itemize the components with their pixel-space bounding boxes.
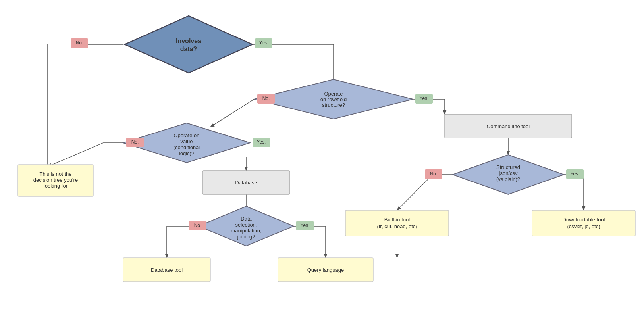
- structured-json-label3: (vs plain)?: [496, 176, 520, 182]
- data-selection-yes-label: Yes.: [301, 223, 310, 228]
- data-selection-label1: Data: [241, 216, 252, 222]
- value-no-label: No.: [131, 139, 139, 145]
- value-yes-label: Yes.: [257, 139, 266, 145]
- data-selection-no-label: No.: [194, 223, 202, 228]
- data-selection-label3: manipulation,: [231, 228, 261, 234]
- flowchart: Involves data? No. Yes. Operate on row/f…: [0, 0, 644, 315]
- svg-line-9: [210, 99, 254, 127]
- operate-value-label2: value: [180, 138, 193, 144]
- involves-data-no-label: No.: [76, 40, 83, 46]
- involves-data-yes-label: Yes.: [259, 40, 268, 46]
- operate-value-label1: Operate on: [174, 133, 199, 138]
- downloadable-tool-label1: Downloadable tool: [563, 217, 605, 223]
- structured-json-label1: Structured: [496, 164, 520, 170]
- data-selection-label4: joining?: [237, 234, 255, 240]
- involves-data-label: Involves: [176, 38, 201, 44]
- operate-value-label3: (conditional: [174, 144, 200, 150]
- row-field-yes-label: Yes.: [420, 96, 429, 101]
- structured-no-label: No.: [430, 171, 438, 177]
- operate-row-field-label3: structure?: [322, 102, 345, 108]
- query-language-label: Query language: [307, 267, 344, 273]
- downloadable-tool-label2: (csvkit, jq, etc): [567, 223, 600, 229]
- not-decision-tree-label1: This is not the: [40, 171, 72, 177]
- operate-row-field-label2: on row/field: [320, 96, 347, 102]
- structured-yes-label: Yes.: [571, 171, 580, 177]
- structured-json-label2: json/csv: [499, 170, 518, 176]
- not-decision-tree-label2: decision tree you're: [33, 177, 78, 183]
- involves-data-label2: data?: [180, 46, 197, 52]
- operate-value-label4: logic)?: [179, 150, 194, 156]
- builtin-tool-label2: (tr, cut, head, etc): [377, 223, 417, 229]
- database-tool-label: Database tool: [151, 267, 183, 273]
- not-decision-tree-label3: looking for: [44, 183, 68, 189]
- builtin-tool-label1: Built-in tool: [384, 217, 410, 223]
- data-selection-label2: selection,: [235, 222, 257, 228]
- row-field-no-label: No.: [262, 96, 270, 101]
- svg-line-11: [48, 143, 103, 167]
- command-line-label: Command line tool: [487, 123, 530, 129]
- svg-line-20: [397, 175, 433, 210]
- database-label: Database: [235, 180, 257, 186]
- operate-row-field-label1: Operate: [324, 91, 343, 97]
